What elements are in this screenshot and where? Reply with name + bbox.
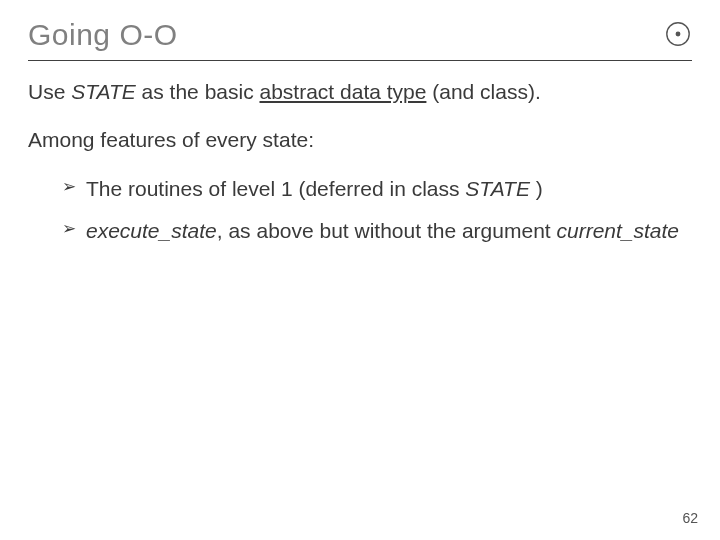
page-number: 62 [682,510,698,526]
underlined-term: abstract data type [259,80,426,103]
logo-icon [664,20,692,48]
list-item: execute_state, as above but without the … [62,218,692,244]
text: as the basic [136,80,260,103]
text: , as above but without the argument [217,219,557,242]
title-rule [28,60,692,61]
slide: Going O-O Use STATE as the basic abstrac… [0,0,720,540]
keyword-state: STATE [465,177,535,200]
text: Use [28,80,71,103]
text: (and class). [426,80,540,103]
keyword-current-state: current_state [556,219,679,242]
svg-point-1 [676,32,681,37]
text: The routines of level 1 (deferred in cla… [86,177,465,200]
slide-title: Going O-O [28,18,178,52]
slide-body: Use STATE as the basic abstract data typ… [28,79,692,244]
text: ) [536,177,543,200]
list-item: The routines of level 1 (deferred in cla… [62,176,692,202]
title-row: Going O-O [28,18,692,52]
keyword-execute-state: execute_state [86,219,217,242]
bullet-list: The routines of level 1 (deferred in cla… [28,176,692,245]
paragraph-2: Among features of every state: [28,127,692,153]
keyword-state: STATE [71,80,136,103]
paragraph-1: Use STATE as the basic abstract data typ… [28,79,692,105]
